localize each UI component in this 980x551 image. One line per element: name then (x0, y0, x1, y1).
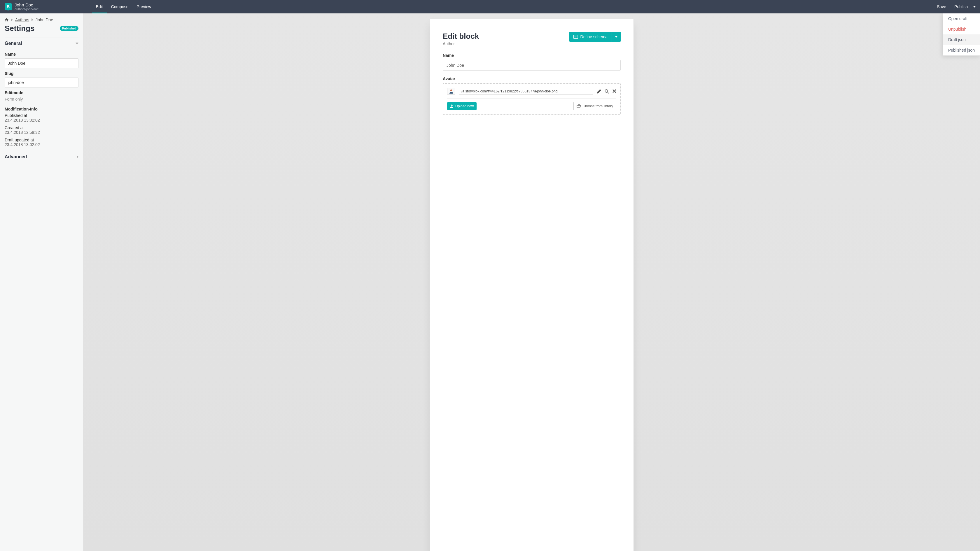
breadcrumb-current: John Doe (36, 17, 53, 22)
modinfo-created-value: 23.4.2018 12:59:32 (5, 130, 78, 135)
dropdown-draft-json[interactable]: Draft json (943, 34, 980, 45)
remove-asset-button[interactable] (612, 89, 616, 94)
define-schema-more[interactable] (612, 32, 620, 42)
folder-open-icon (577, 104, 581, 108)
editmode-label: Editmode (5, 91, 78, 95)
body-area: Authors John Doe Settings Published Gene… (0, 13, 980, 551)
page-title: John Doe (14, 2, 39, 7)
svg-rect-0 (573, 35, 578, 39)
svg-point-4 (605, 89, 608, 92)
dropdown-label: Unpublish (948, 27, 966, 32)
status-badge: Published (60, 26, 78, 31)
settings-heading: Settings (5, 24, 35, 33)
publish-more-button[interactable] (972, 0, 980, 13)
topbar-left: B John Doe authors/john-doe (0, 0, 42, 13)
save-label: Save (937, 5, 946, 9)
slug-label: Slug (5, 71, 78, 76)
tab-compose[interactable]: Compose (107, 0, 133, 13)
tab-label: Compose (111, 5, 129, 9)
modinfo-created-label: Created at (5, 125, 78, 130)
modinfo-published-label: Published at (5, 113, 78, 118)
modinfo-created: Created at 23.4.2018 12:59:32 (5, 125, 78, 135)
upload-new-label: Upload new (455, 104, 474, 108)
field-name-input[interactable] (443, 60, 620, 71)
avatar-asset-box: Upload new Choose from library (443, 83, 620, 114)
settings-sidebar: Authors John Doe Settings Published Gene… (0, 13, 83, 551)
avatar-asset-footer: Upload new Choose from library (447, 102, 616, 110)
app-logo[interactable]: B (5, 3, 12, 10)
edit-asset-button[interactable] (597, 89, 601, 94)
breadcrumb-authors-link[interactable]: Authors (15, 17, 29, 22)
schema-icon (573, 35, 578, 39)
page-path: authors/john-doe (14, 7, 39, 11)
name-input[interactable] (5, 58, 78, 68)
avatar-thumbnail[interactable] (447, 88, 455, 95)
caret-right-icon (77, 156, 78, 158)
avatar-url-input[interactable] (459, 88, 593, 95)
section-general-header[interactable]: General (5, 38, 78, 49)
chevron-right-icon (32, 18, 33, 21)
panel-titles: Edit block Author (443, 32, 479, 46)
edit-block-panel: Edit block Author Define schema (430, 19, 634, 551)
chevron-right-icon (11, 18, 13, 21)
settings-heading-row: Settings Published (5, 24, 78, 33)
section-advanced-header[interactable]: Advanced (5, 151, 78, 162)
search-icon (605, 89, 609, 94)
topbar-tabs: Edit Compose Preview (92, 0, 156, 13)
caret-down-icon (973, 6, 976, 8)
field-avatar-label: Avatar (443, 76, 620, 81)
modinfo-published: Published at 23.4.2018 13:02:02 (5, 113, 78, 122)
define-schema-group: Define schema (570, 32, 620, 42)
upload-new-button[interactable]: Upload new (447, 102, 477, 110)
svg-point-3 (450, 89, 452, 91)
home-icon[interactable] (5, 18, 9, 22)
editor-canvas: Edit block Author Define schema (83, 13, 980, 551)
search-asset-button[interactable] (605, 89, 609, 94)
slug-input[interactable] (5, 78, 78, 87)
topbar-actions: Save Publish (933, 0, 980, 13)
choose-from-library-button[interactable]: Choose from library (573, 102, 616, 110)
tab-edit[interactable]: Edit (92, 0, 107, 13)
dropdown-label: Open draft (948, 16, 967, 21)
name-label: Name (5, 52, 78, 57)
publish-button[interactable]: Publish (950, 0, 972, 13)
publish-label: Publish (955, 5, 968, 9)
field-name-label: Name (443, 53, 620, 58)
choose-from-library-label: Choose from library (582, 104, 613, 108)
section-advanced-title: Advanced (5, 154, 27, 159)
modinfo-published-value: 23.4.2018 13:02:02 (5, 118, 78, 122)
section-general-title: General (5, 41, 22, 46)
define-schema-button[interactable]: Define schema (570, 32, 612, 42)
modinfo-draft-value: 23.4.2018 13:02:02 (5, 142, 78, 147)
section-general-body: Name Slug Editmode Form only Modificatio… (5, 52, 78, 147)
dropdown-open-draft[interactable]: Open draft (943, 13, 980, 24)
panel-subtitle: Author (443, 41, 479, 46)
publish-dropdown: Open draft Unpublish Draft json Publishe… (943, 13, 980, 56)
modinfo-title: Modification-Info (5, 107, 78, 111)
app-logo-letter: B (7, 5, 10, 9)
dropdown-label: Draft json (948, 37, 966, 42)
save-button[interactable]: Save (933, 0, 950, 13)
define-schema-label: Define schema (581, 34, 608, 39)
tab-label: Edit (96, 5, 103, 9)
person-icon (449, 89, 453, 94)
dropdown-published-json[interactable]: Published json (943, 45, 980, 56)
svg-line-5 (608, 92, 609, 93)
upload-icon (450, 104, 453, 108)
panel-title: Edit block (443, 32, 479, 41)
tab-preview[interactable]: Preview (133, 0, 156, 13)
tab-label: Preview (137, 5, 151, 9)
dropdown-unpublish[interactable]: Unpublish (943, 24, 980, 34)
pencil-icon (597, 89, 601, 94)
modinfo-draft: Draft updated at 23.4.2018 13:02:02 (5, 138, 78, 147)
topbar-title: John Doe authors/john-doe (14, 2, 39, 11)
caret-down-icon (615, 36, 618, 38)
dropdown-label: Published json (948, 48, 975, 52)
topbar: B John Doe authors/john-doe Edit Compose… (0, 0, 980, 13)
avatar-asset-actions (597, 89, 616, 94)
editmode-value: Form only (5, 97, 78, 102)
breadcrumb: Authors John Doe (5, 17, 78, 22)
close-icon (612, 89, 616, 93)
modinfo-draft-label: Draft updated at (5, 138, 78, 142)
panel-header: Edit block Author Define schema (443, 32, 620, 46)
